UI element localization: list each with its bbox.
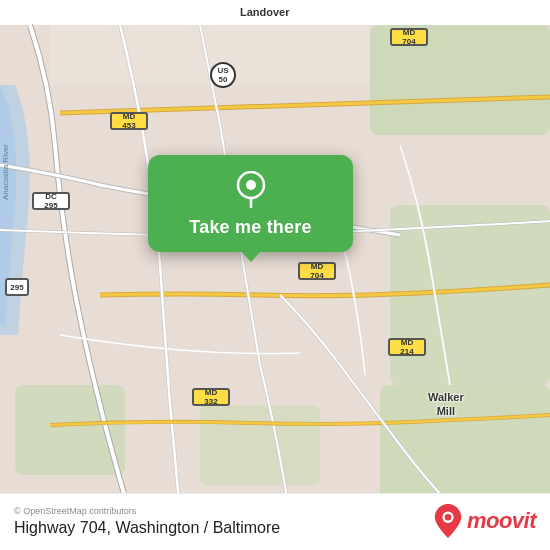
copyright-text: © OpenStreetMap contributors [14, 506, 280, 516]
bottom-left: © OpenStreetMap contributors Highway 704… [14, 506, 280, 537]
location-title: Highway 704, Washington / Baltimore [14, 519, 280, 537]
route-badge-us50: US 50 [210, 62, 236, 88]
moovit-pin-icon [434, 504, 462, 538]
svg-point-14 [445, 514, 452, 521]
moovit-brand-text: moovit [467, 508, 536, 534]
map-background: Anacostia River [0, 0, 550, 550]
bottom-bar: © OpenStreetMap contributors Highway 704… [0, 493, 550, 550]
route-badge-md704-mid: MD 704 [298, 262, 336, 280]
svg-rect-5 [200, 405, 320, 485]
popup-card[interactable]: Take me there [148, 155, 353, 252]
moovit-logo: moovit [434, 504, 536, 538]
svg-point-11 [246, 180, 256, 190]
map-container: Anacostia River US 50 MD 453 MD 704 MD 7… [0, 0, 550, 550]
route-badge-md214: MD 214 [388, 338, 426, 356]
take-me-there-label: Take me there [189, 217, 311, 238]
svg-text:Anacostia River: Anacostia River [1, 144, 10, 200]
route-badge-dc295: DC 295 [32, 192, 70, 210]
route-badge-295: 295 [5, 278, 29, 296]
route-badge-md332: MD 332 [192, 388, 230, 406]
route-badge-md704-top: MD 704 [390, 28, 428, 46]
location-pin-icon [232, 171, 270, 209]
route-badge-md453: MD 453 [110, 112, 148, 130]
